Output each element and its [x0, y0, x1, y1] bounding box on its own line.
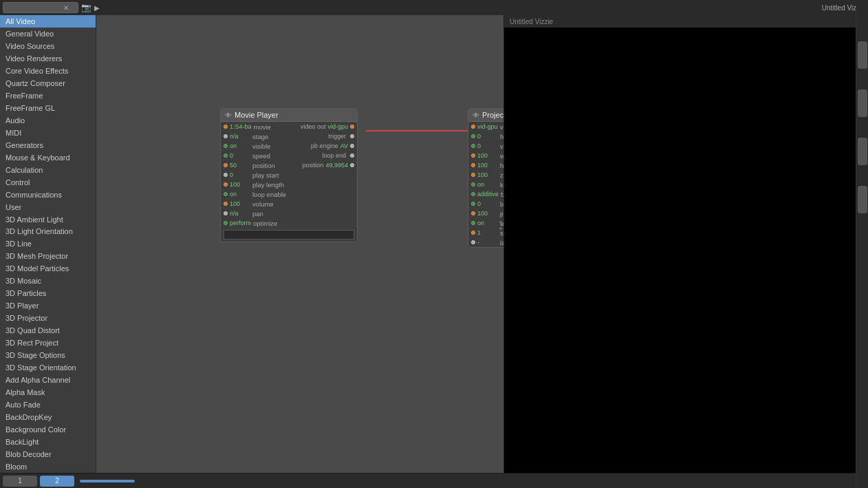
movie-player-title: Movie Player	[235, 111, 279, 119]
proj-row-11: 1 stage	[468, 228, 503, 237]
sidebar-item-8[interactable]: Audio	[0, 114, 96, 127]
movie-player-row-3: 0 speed loop end	[221, 151, 357, 160]
bottom-tab-1[interactable]: 1	[3, 476, 37, 487]
sidebar-item-33[interactable]: Background Color	[0, 423, 96, 436]
port-vidgpu[interactable]	[471, 125, 475, 129]
sidebar-item-34[interactable]: BackLight	[0, 436, 96, 448]
sidebar-item-17[interactable]: 3D Light Orientation	[0, 225, 96, 237]
proj-row-3: 100 width	[468, 151, 503, 160]
sidebar-item-20[interactable]: 3D Model Particles	[0, 262, 96, 275]
port-vertpos[interactable]	[471, 144, 475, 148]
sidebar-item-19[interactable]: 3D Mesh Projector	[0, 250, 96, 262]
port-speed[interactable]	[224, 153, 228, 158]
port-pan[interactable]	[224, 211, 228, 215]
side-dot-1[interactable]	[499, 215, 502, 218]
proj-row-2: 0 vert pos	[468, 141, 503, 151]
sidebar-item-24[interactable]: 3D Projector	[0, 312, 96, 324]
port-blend[interactable]	[471, 192, 475, 196]
sidebar-item-18[interactable]: 3D Line	[0, 237, 96, 250]
port-keepaspect[interactable]	[471, 182, 475, 187]
sidebar-item-13[interactable]: Control	[0, 176, 96, 189]
sidebar-item-29[interactable]: Add Alpha Channel	[0, 374, 96, 386]
sidebar-item-9[interactable]: MIDI	[0, 127, 96, 139]
proj-row-12: - izzy map	[468, 237, 503, 247]
sidebar-item-15[interactable]: User	[0, 201, 96, 213]
sidebar-item-28[interactable]: 3D Stage Orientation	[0, 361, 96, 374]
scroll-thumb-3[interactable]	[858, 138, 867, 165]
sidebar-item-11[interactable]: Mouse & Keyboard	[0, 151, 96, 164]
sidebar-item-35[interactable]: Blob Decoder	[0, 448, 96, 460]
movie-player-input-row	[221, 228, 357, 242]
movie-player-text-input[interactable]	[224, 230, 354, 240]
port-proj-stage[interactable]	[471, 231, 475, 235]
scroll-thumb-4[interactable]	[858, 186, 867, 213]
scroll-thumb-2[interactable]	[858, 89, 867, 117]
sidebar-item-26[interactable]: 3D Rect Project	[0, 337, 96, 349]
projector-node[interactable]: 👁 Projector vid-gpu video 0 horz pos 0 v…	[468, 108, 503, 248]
sidebar-item-6[interactable]: FreeFrame	[0, 89, 96, 102]
arrow-icon[interactable]: ▶	[94, 4, 100, 12]
movie-player-node[interactable]: 👁 Movie Player 1:S4-ba movie video out v…	[220, 108, 358, 242]
side-dot-2[interactable]	[499, 221, 502, 224]
search-clear-button[interactable]: ✕	[62, 4, 70, 12]
port-intensity[interactable]	[471, 211, 475, 215]
sidebar-item-30[interactable]: Alpha Mask	[0, 386, 96, 399]
port-position[interactable]	[224, 163, 228, 167]
sidebar-item-23[interactable]: 3D Player	[0, 299, 96, 312]
sidebar-item-31[interactable]: Auto Fade	[0, 399, 96, 411]
search-box[interactable]: ✕	[3, 2, 78, 13]
sidebar-item-12[interactable]: Calculation	[0, 164, 96, 176]
port-pbengine[interactable]	[350, 144, 354, 148]
port-layer[interactable]	[471, 202, 475, 206]
movie-player-row-4: 50 position position 49,9954	[221, 160, 357, 170]
bottom-tab-2[interactable]: 2	[40, 476, 74, 487]
search-input[interactable]	[3, 4, 62, 12]
canvas-area[interactable]: 👁 Movie Player 1:S4-ba movie video out v…	[96, 15, 503, 473]
sidebar-item-25[interactable]: 3D Quad Distort	[0, 324, 96, 337]
proj-row-5: 100 zoom	[468, 170, 503, 180]
sidebar-item-36[interactable]: Bloom	[0, 460, 96, 473]
sidebar-item-3[interactable]: Video Renderers	[0, 52, 96, 65]
port-posout[interactable]	[350, 163, 354, 167]
side-dot-3[interactable]	[499, 227, 502, 230]
sidebar-item-14[interactable]: Communications	[0, 189, 96, 201]
port-height[interactable]	[471, 163, 475, 167]
sidebar-item-27[interactable]: 3D Stage Options	[0, 349, 96, 361]
right-scrollbar[interactable]	[856, 15, 868, 473]
camera-icon[interactable]: 📷	[81, 3, 91, 12]
scroll-thumb-1[interactable]	[858, 41, 867, 69]
sidebar-item-0[interactable]: All Video	[0, 15, 96, 28]
sidebar: All VideoGeneral VideoVideo SourcesVideo…	[0, 15, 96, 473]
port-horzpos[interactable]	[471, 134, 475, 138]
port-optimize[interactable]	[224, 221, 228, 225]
sidebar-item-21[interactable]: 3D Mosaic	[0, 275, 96, 287]
sidebar-item-7[interactable]: FreeFrame GL	[0, 102, 96, 114]
sidebar-item-10[interactable]: Generators	[0, 139, 96, 151]
proj-row-0: vid-gpu video	[468, 122, 503, 131]
port-izzymap[interactable]	[471, 240, 475, 244]
sidebar-item-2[interactable]: Video Sources	[0, 40, 96, 52]
sidebar-item-1[interactable]: General Video	[0, 28, 96, 40]
port-stage[interactable]	[224, 134, 228, 138]
port-trigger[interactable]	[350, 134, 354, 138]
port-loopen[interactable]	[224, 192, 228, 196]
proj-row-7: additive blend	[468, 189, 503, 199]
projector-eye-icon[interactable]: 👁	[473, 112, 479, 119]
eye-icon[interactable]: 👁	[225, 112, 232, 119]
port-playlength[interactable]	[224, 182, 228, 187]
port-movie[interactable]	[224, 125, 228, 129]
port-volume[interactable]	[224, 202, 228, 206]
sidebar-item-4[interactable]: Core Video Effects	[0, 65, 96, 77]
port-playstart[interactable]	[224, 173, 228, 177]
sidebar-item-5[interactable]: Quartz Composer	[0, 77, 96, 89]
port-zoom[interactable]	[471, 173, 475, 177]
sidebar-item-32[interactable]: BackDropKey	[0, 411, 96, 423]
port-loopend[interactable]	[350, 153, 354, 158]
port-width[interactable]	[471, 153, 475, 158]
top-bar: ✕ 📷 ▶ Untitled Vizzie	[0, 0, 868, 15]
port-active[interactable]	[471, 221, 475, 225]
sidebar-item-22[interactable]: 3D Particles	[0, 287, 96, 299]
port-videoout[interactable]	[350, 125, 354, 129]
port-visible[interactable]	[224, 144, 228, 148]
sidebar-item-16[interactable]: 3D Ambient Light	[0, 213, 96, 226]
